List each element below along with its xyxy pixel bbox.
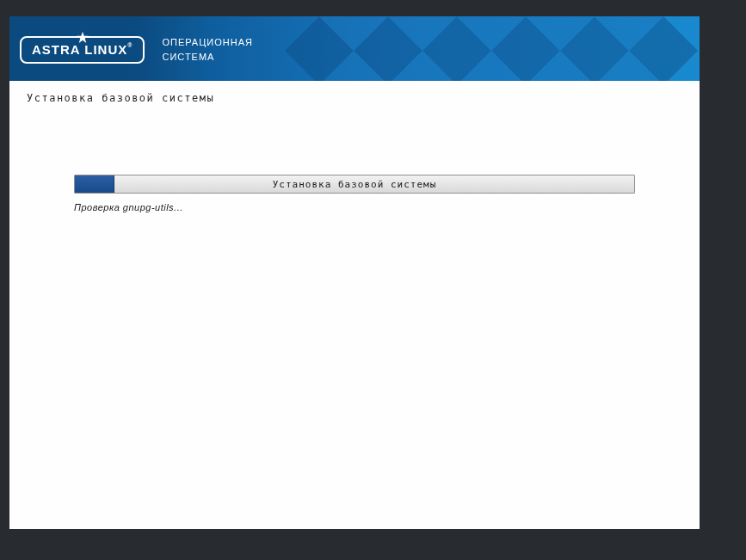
progress-bar-label: Установка базовой системы [75, 175, 634, 193]
banner-pattern-icon [285, 16, 700, 81]
svg-marker-32 [77, 31, 89, 42]
progress-status-text: Проверка gnupg-utils... [74, 202, 635, 212]
installer-window: ASTRA LINUX® ОПЕРАЦИОННАЯ СИСТЕМА Устано… [9, 16, 700, 529]
svg-marker-0 [285, 16, 319, 81]
logo-block: ASTRA LINUX® ОПЕРАЦИОННАЯ СИСТЕМА [20, 35, 253, 64]
header-banner: ASTRA LINUX® ОПЕРАЦИОННАЯ СИСТЕМА [9, 16, 700, 81]
brand-logo-frame: ASTRA LINUX® [20, 36, 145, 64]
star-icon [76, 31, 89, 45]
content-area: Установка базовой системы Установка базо… [9, 81, 700, 224]
progress-bar: Установка базовой системы [74, 175, 635, 194]
progress-section: Установка базовой системы Проверка gnupg… [27, 175, 682, 212]
svg-marker-11 [663, 16, 698, 81]
page-title: Установка базовой системы [27, 92, 682, 104]
brand-tagline: ОПЕРАЦИОННАЯ СИСТЕМА [162, 35, 253, 64]
